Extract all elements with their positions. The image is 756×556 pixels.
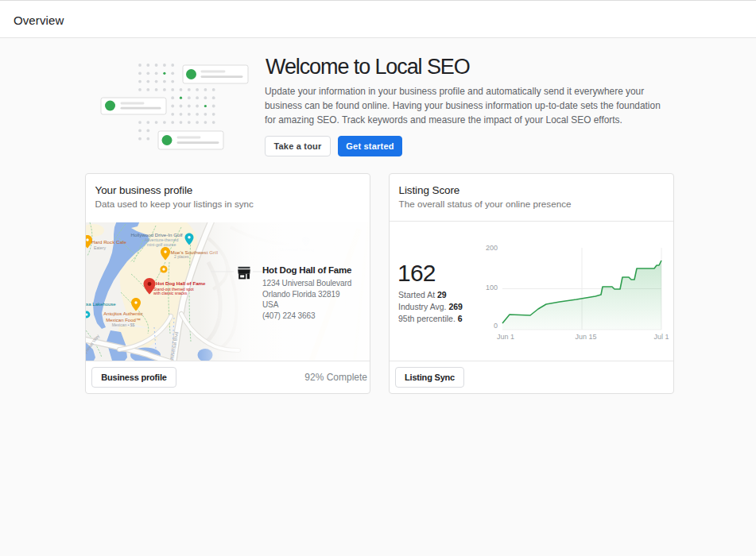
svg-text:Hollywood Drive-In Golf: Hollywood Drive-In Golf	[131, 232, 183, 237]
svg-text:Mexican • $$: Mexican • $$	[112, 322, 135, 327]
svg-text:Hot Dog Hall of Fame: Hot Dog Hall of Fame	[156, 280, 206, 286]
svg-text:Antojitos Authentic: Antojitos Authentic	[103, 311, 142, 316]
svg-text:100: 100	[486, 284, 498, 292]
svg-text:Jun 15: Jun 15	[575, 333, 596, 341]
svg-text:Hard Rock Cafe: Hard Rock Cafe	[91, 239, 127, 245]
svg-text:mini-golf course: mini-golf course	[147, 242, 176, 247]
svg-text:with classic snacks: with classic snacks	[153, 291, 188, 295]
svg-text:Eatery: Eatery	[94, 245, 106, 250]
svg-text:200: 200	[486, 244, 498, 252]
svg-text:Jul 1: Jul 1	[653, 333, 669, 341]
svg-text:2 places: 2 places	[174, 254, 189, 259]
svg-text:Jun 1: Jun 1	[497, 333, 514, 341]
svg-text:Lotsa Lakehouse: Lotsa Lakehouse	[86, 302, 116, 307]
svg-text:0: 0	[494, 322, 498, 330]
